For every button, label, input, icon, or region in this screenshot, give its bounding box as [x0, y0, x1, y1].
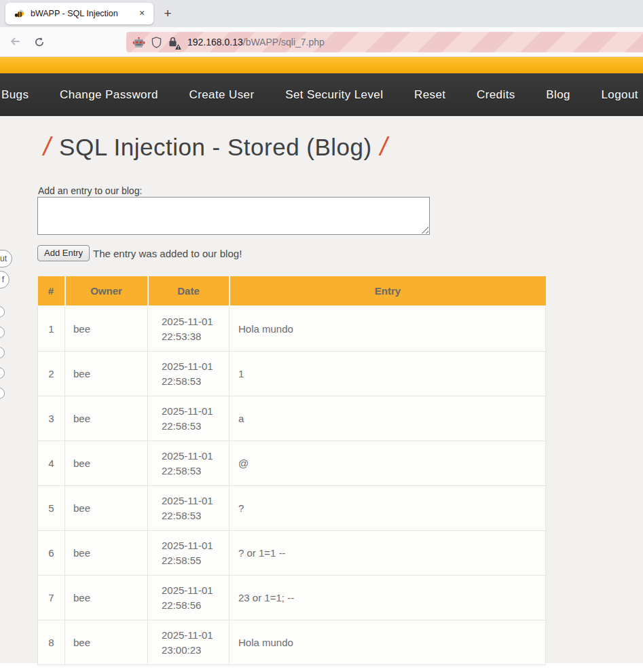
cell-date: 2025-11-0122:58:53 [148, 441, 229, 486]
table-row: 4 bee 2025-11-0122:58:53 @ [38, 441, 546, 486]
header-owner: Owner [65, 276, 148, 306]
bee-favicon-icon [14, 8, 25, 19]
cell-num: 8 [38, 620, 65, 665]
cell-owner: bee [65, 620, 148, 665]
browser-tab-bar: bWAPP - SQL Injection × + [0, 0, 643, 27]
cell-num: 4 [38, 441, 65, 486]
blog-entry-field-wrap [37, 197, 430, 235]
new-tab-button[interactable]: + [159, 5, 177, 23]
title-slash-right: / [372, 132, 396, 161]
edge-circle-button[interactable] [0, 388, 5, 399]
browser-tab[interactable]: bWAPP - SQL Injection × [5, 3, 153, 24]
cell-num: 1 [38, 306, 65, 352]
table-row: 2 bee 2025-11-0122:58:53 1 [38, 352, 546, 396]
nav-item-credits[interactable]: Credits [477, 88, 515, 102]
cell-date: 2025-11-0122:58:53 [148, 352, 229, 396]
cell-entry: @ [229, 441, 546, 486]
edge-pill-button[interactable]: ut [0, 250, 12, 267]
nav-item-logout[interactable]: Logout [602, 88, 638, 102]
edge-circle-button[interactable] [0, 367, 5, 379]
lock-warning-icon[interactable] [168, 36, 179, 48]
cell-entry: Hola mundo [229, 306, 546, 352]
cell-owner: bee [65, 306, 148, 352]
nav-item-set-security-level[interactable]: Set Security Level [285, 88, 383, 102]
header-entry: Entry [229, 276, 546, 306]
cell-entry: 1 [229, 352, 546, 396]
cell-owner: bee [65, 576, 148, 620]
cell-num: 7 [38, 576, 65, 620]
blog-entry-textarea[interactable] [37, 197, 430, 235]
title-slash-left: / [35, 132, 59, 161]
url-host: 192.168.0.13 [187, 37, 243, 48]
cell-num: 3 [38, 396, 65, 441]
cell-date: 2025-11-0122:58:53 [148, 396, 229, 441]
reload-icon[interactable] [34, 37, 45, 48]
cell-date: 2025-11-0122:53:38 [148, 306, 229, 352]
form-label: Add an entry to our blog: [38, 185, 142, 196]
cell-date: 2025-11-0123:00:23 [148, 620, 229, 665]
page-content: /SQL Injection - Stored (Blog)/ Add an e… [0, 116, 643, 663]
cell-entry: Hola mundo [229, 620, 546, 665]
nav-item-change-password[interactable]: Change Password [60, 88, 158, 102]
url-bar[interactable]: 192.168.0.13/bWAPP/sqli_7.php [126, 32, 643, 52]
cell-date: 2025-11-0122:58:55 [148, 531, 229, 576]
table-header-row: # Owner Date Entry [38, 276, 546, 306]
table-row: 7 bee 2025-11-0122:58:56 23 or 1=1; -- [38, 576, 546, 620]
table-row: 6 bee 2025-11-0122:58:55 ? or 1=1 -- [38, 531, 546, 576]
cell-num: 2 [38, 352, 65, 396]
success-message: The entry was added to our blog! [93, 248, 242, 259]
nav-item-bugs[interactable]: Bugs [1, 88, 29, 102]
cell-owner: bee [65, 396, 148, 441]
main-nav: Bugs Change Password Create User Set Sec… [0, 73, 643, 116]
page-title-text: SQL Injection - Stored (Blog) [59, 134, 372, 160]
brand-strip [0, 57, 643, 73]
table-row: 8 bee 2025-11-0123:00:23 Hola mundo [38, 620, 546, 665]
cell-num: 6 [38, 531, 65, 576]
tab-title: bWAPP - SQL Injection [31, 9, 130, 18]
cell-owner: bee [65, 441, 148, 486]
edge-circle-button[interactable] [0, 347, 5, 358]
table-row: 1 bee 2025-11-0122:53:38 Hola mundo [38, 306, 546, 352]
cell-date: 2025-11-0122:58:56 [148, 576, 229, 620]
tab-close-icon[interactable]: × [136, 7, 148, 20]
cell-entry: ? or 1=1 -- [229, 531, 546, 576]
page-title: /SQL Injection - Stored (Blog)/ [35, 132, 396, 162]
blog-table: # Owner Date Entry 1 bee 2025-11-0122:53… [37, 276, 546, 665]
header-date: Date [148, 276, 229, 306]
cell-num: 5 [38, 486, 65, 531]
robot-icon[interactable] [132, 37, 145, 48]
cell-entry: 23 or 1=1; -- [229, 576, 546, 620]
edge-circle-button[interactable] [0, 306, 5, 318]
cell-date: 2025-11-0122:58:53 [148, 486, 229, 531]
nav-item-reset[interactable]: Reset [414, 88, 445, 102]
add-entry-button[interactable]: Add Entry [37, 245, 90, 261]
edge-circle-button[interactable] [0, 326, 5, 338]
shield-icon[interactable] [151, 37, 162, 48]
browser-toolbar: 192.168.0.13/bWAPP/sqli_7.php [0, 27, 643, 57]
nav-item-create-user[interactable]: Create User [189, 88, 255, 102]
cell-entry: a [229, 396, 546, 441]
table-row: 3 bee 2025-11-0122:58:53 a [38, 396, 546, 441]
cell-owner: bee [65, 531, 148, 576]
back-icon[interactable] [9, 36, 21, 47]
cell-owner: bee [65, 486, 148, 531]
cell-entry: ? [229, 486, 546, 531]
table-row: 5 bee 2025-11-0122:58:53 ? [38, 486, 546, 531]
edge-pill-button[interactable]: f [0, 271, 10, 288]
cell-owner: bee [65, 352, 148, 396]
nav-item-blog[interactable]: Blog [546, 88, 570, 102]
url-path: /bWAPP/sqli_7.php [243, 37, 325, 48]
header-num: # [38, 276, 65, 306]
